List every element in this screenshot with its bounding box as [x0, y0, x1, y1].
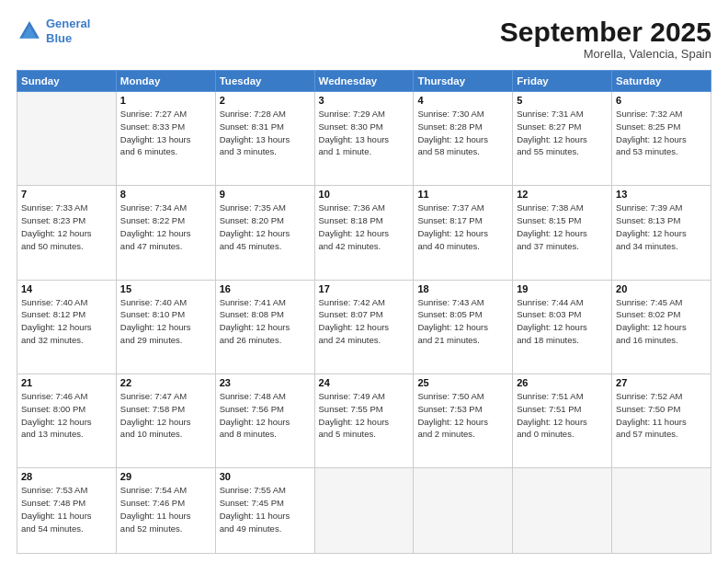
calendar: SundayMondayTuesdayWednesdayThursdayFrid… [17, 70, 711, 554]
week-row-3: 21Sunrise: 7:46 AM Sunset: 8:00 PM Dayli… [17, 373, 711, 467]
day-number: 21 [21, 377, 112, 388]
month-title: September 2025 [500, 17, 711, 47]
day-cell: 26Sunrise: 7:51 AM Sunset: 7:51 PM Dayli… [513, 373, 612, 467]
day-info: Sunrise: 7:36 AM Sunset: 8:18 PM Dayligh… [319, 201, 410, 252]
day-number: 7 [21, 189, 112, 200]
logo-text: General Blue [46, 17, 90, 45]
day-number: 8 [120, 189, 211, 200]
day-info: Sunrise: 7:31 AM Sunset: 8:27 PM Dayligh… [517, 108, 608, 158]
week-row-2: 14Sunrise: 7:40 AM Sunset: 8:12 PM Dayli… [17, 280, 711, 373]
day-cell: 23Sunrise: 7:48 AM Sunset: 7:56 PM Dayli… [215, 373, 314, 467]
day-number: 30 [220, 471, 311, 482]
day-number: 28 [21, 471, 112, 482]
day-number: 19 [517, 283, 608, 294]
weekday-header-tuesday: Tuesday [215, 71, 314, 92]
day-number: 27 [616, 377, 707, 388]
day-info: Sunrise: 7:51 AM Sunset: 7:51 PM Dayligh… [517, 390, 608, 441]
day-number: 25 [417, 377, 508, 388]
day-info: Sunrise: 7:28 AM Sunset: 8:31 PM Dayligh… [220, 108, 311, 158]
weekday-header-friday: Friday [513, 71, 612, 92]
weekday-header-sunday: Sunday [17, 71, 117, 92]
day-info: Sunrise: 7:34 AM Sunset: 8:22 PM Dayligh… [120, 201, 211, 252]
day-number: 15 [120, 283, 211, 294]
day-cell: 27Sunrise: 7:52 AM Sunset: 7:50 PM Dayli… [612, 373, 711, 467]
day-cell: 29Sunrise: 7:54 AM Sunset: 7:46 PM Dayli… [116, 468, 215, 554]
day-cell [414, 468, 513, 554]
week-row-1: 7Sunrise: 7:33 AM Sunset: 8:23 PM Daylig… [17, 186, 711, 280]
day-cell: 19Sunrise: 7:44 AM Sunset: 8:03 PM Dayli… [513, 280, 612, 373]
day-number: 17 [319, 283, 410, 294]
day-number: 23 [220, 377, 311, 388]
logo: General Blue [17, 17, 90, 45]
day-info: Sunrise: 7:39 AM Sunset: 8:13 PM Dayligh… [616, 201, 707, 252]
day-info: Sunrise: 7:29 AM Sunset: 8:30 PM Dayligh… [319, 108, 410, 158]
day-number: 4 [417, 95, 508, 106]
day-info: Sunrise: 7:42 AM Sunset: 8:07 PM Dayligh… [319, 296, 410, 347]
weekday-header-monday: Monday [116, 71, 215, 92]
day-number: 2 [220, 95, 311, 106]
day-info: Sunrise: 7:48 AM Sunset: 7:56 PM Dayligh… [220, 390, 311, 441]
logo-icon [17, 18, 42, 44]
day-cell [513, 468, 612, 554]
day-cell: 28Sunrise: 7:53 AM Sunset: 7:48 PM Dayli… [17, 468, 117, 554]
day-number: 3 [319, 95, 410, 106]
location: Morella, Valencia, Spain [500, 47, 711, 61]
day-cell: 21Sunrise: 7:46 AM Sunset: 8:00 PM Dayli… [17, 373, 117, 467]
day-number: 6 [616, 95, 707, 106]
day-cell: 12Sunrise: 7:38 AM Sunset: 8:15 PM Dayli… [513, 186, 612, 280]
day-cell: 11Sunrise: 7:37 AM Sunset: 8:17 PM Dayli… [414, 186, 513, 280]
day-cell: 7Sunrise: 7:33 AM Sunset: 8:23 PM Daylig… [17, 186, 117, 280]
weekday-header-thursday: Thursday [414, 71, 513, 92]
day-info: Sunrise: 7:38 AM Sunset: 8:15 PM Dayligh… [517, 201, 608, 252]
day-cell: 1Sunrise: 7:27 AM Sunset: 8:33 PM Daylig… [116, 92, 215, 186]
day-info: Sunrise: 7:55 AM Sunset: 7:45 PM Dayligh… [220, 484, 311, 534]
day-cell: 13Sunrise: 7:39 AM Sunset: 8:13 PM Dayli… [612, 186, 711, 280]
day-cell [314, 468, 414, 554]
day-number: 5 [517, 95, 608, 106]
day-cell: 14Sunrise: 7:40 AM Sunset: 8:12 PM Dayli… [17, 280, 117, 373]
day-cell: 30Sunrise: 7:55 AM Sunset: 7:45 PM Dayli… [215, 468, 314, 554]
day-number: 9 [220, 189, 311, 200]
day-cell: 15Sunrise: 7:40 AM Sunset: 8:10 PM Dayli… [116, 280, 215, 373]
header: General Blue September 2025 Morella, Val… [17, 17, 711, 61]
day-cell: 20Sunrise: 7:45 AM Sunset: 8:02 PM Dayli… [612, 280, 711, 373]
day-number: 10 [319, 189, 410, 200]
day-info: Sunrise: 7:37 AM Sunset: 8:17 PM Dayligh… [417, 201, 508, 252]
day-info: Sunrise: 7:41 AM Sunset: 8:08 PM Dayligh… [220, 296, 311, 347]
day-info: Sunrise: 7:40 AM Sunset: 8:12 PM Dayligh… [21, 296, 112, 347]
day-cell: 25Sunrise: 7:50 AM Sunset: 7:53 PM Dayli… [414, 373, 513, 467]
day-cell: 2Sunrise: 7:28 AM Sunset: 8:31 PM Daylig… [215, 92, 314, 186]
week-row-0: 1Sunrise: 7:27 AM Sunset: 8:33 PM Daylig… [17, 92, 711, 186]
day-info: Sunrise: 7:54 AM Sunset: 7:46 PM Dayligh… [120, 484, 211, 534]
day-info: Sunrise: 7:27 AM Sunset: 8:33 PM Dayligh… [120, 108, 211, 158]
day-number: 20 [616, 283, 707, 294]
day-info: Sunrise: 7:53 AM Sunset: 7:48 PM Dayligh… [21, 484, 112, 534]
weekday-header-saturday: Saturday [612, 71, 711, 92]
day-info: Sunrise: 7:43 AM Sunset: 8:05 PM Dayligh… [417, 296, 508, 347]
day-number: 29 [120, 471, 211, 482]
title-block: September 2025 Morella, Valencia, Spain [500, 17, 711, 61]
day-cell: 4Sunrise: 7:30 AM Sunset: 8:28 PM Daylig… [414, 92, 513, 186]
day-info: Sunrise: 7:30 AM Sunset: 8:28 PM Dayligh… [417, 108, 508, 158]
page: General Blue September 2025 Morella, Val… [0, 0, 728, 563]
day-cell: 8Sunrise: 7:34 AM Sunset: 8:22 PM Daylig… [116, 186, 215, 280]
day-info: Sunrise: 7:44 AM Sunset: 8:03 PM Dayligh… [517, 296, 608, 347]
day-cell: 6Sunrise: 7:32 AM Sunset: 8:25 PM Daylig… [612, 92, 711, 186]
day-cell [17, 92, 117, 186]
day-number: 18 [417, 283, 508, 294]
day-cell: 3Sunrise: 7:29 AM Sunset: 8:30 PM Daylig… [314, 92, 414, 186]
day-info: Sunrise: 7:52 AM Sunset: 7:50 PM Dayligh… [616, 390, 707, 441]
day-info: Sunrise: 7:49 AM Sunset: 7:55 PM Dayligh… [319, 390, 410, 441]
day-number: 24 [319, 377, 410, 388]
day-cell: 5Sunrise: 7:31 AM Sunset: 8:27 PM Daylig… [513, 92, 612, 186]
weekday-header-wednesday: Wednesday [314, 71, 414, 92]
day-info: Sunrise: 7:45 AM Sunset: 8:02 PM Dayligh… [616, 296, 707, 347]
day-cell: 9Sunrise: 7:35 AM Sunset: 8:20 PM Daylig… [215, 186, 314, 280]
logo-line1: General [46, 17, 90, 30]
day-number: 12 [517, 189, 608, 200]
day-cell: 22Sunrise: 7:47 AM Sunset: 7:58 PM Dayli… [116, 373, 215, 467]
day-number: 26 [517, 377, 608, 388]
day-info: Sunrise: 7:33 AM Sunset: 8:23 PM Dayligh… [21, 201, 112, 252]
day-number: 16 [220, 283, 311, 294]
day-cell: 16Sunrise: 7:41 AM Sunset: 8:08 PM Dayli… [215, 280, 314, 373]
